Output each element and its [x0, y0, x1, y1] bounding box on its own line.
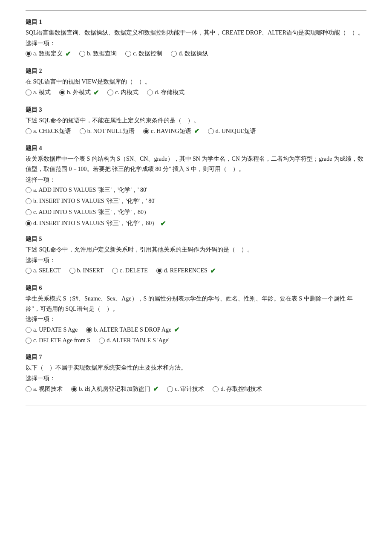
- radio-q4-c[interactable]: [26, 209, 32, 215]
- option-q6-c[interactable]: c. DELETE Age from S: [26, 337, 90, 344]
- radio-q7-a[interactable]: [26, 386, 32, 392]
- radio-q5-a[interactable]: [26, 268, 32, 274]
- question-text-q3: 下述 SQL命令的短语中，不能在属性上定义约束条件的是（ ）。: [26, 116, 366, 126]
- options-row2-q6: c. DELETE Age from Sd. ALTER TABLE S 'Ag…: [26, 337, 366, 346]
- question-prompt-q4: 选择一项：: [26, 176, 366, 184]
- option-q1-c[interactable]: c. 数据控制: [125, 50, 162, 58]
- option-label-q1-c: c. 数据控制: [133, 50, 162, 58]
- option-q6-d[interactable]: d. ALTER TABLE S 'Age': [99, 337, 169, 344]
- radio-q5-b[interactable]: [69, 268, 75, 274]
- radio-q2-a[interactable]: [26, 90, 32, 95]
- question-prompt-q1: 选择一项：: [26, 40, 366, 47]
- option-q2-a[interactable]: a. 模式: [26, 89, 51, 96]
- checkmark-q1-a: ✔: [65, 50, 71, 58]
- question-title-q6: 题目 6: [26, 284, 366, 292]
- option-q5-b[interactable]: b. INSERT: [69, 267, 104, 274]
- option-q7-a[interactable]: a. 视图技术: [26, 385, 63, 393]
- option-label-q6-d: d. ALTER TABLE S 'Age': [107, 337, 169, 344]
- option-label-q5-a: a. SELECT: [33, 267, 61, 274]
- question-prompt-q6: 选择一项：: [26, 315, 366, 323]
- option-q7-c[interactable]: c. 审计技术: [167, 385, 204, 393]
- radio-q3-d[interactable]: [208, 128, 214, 134]
- question-title-q5: 题目 5: [26, 235, 366, 243]
- option-q4-b[interactable]: b. INSERT INTO S VALUES '张三'，'化学'，' 80': [26, 197, 366, 205]
- radio-q5-d[interactable]: [156, 268, 162, 274]
- radio-q5-c[interactable]: [112, 268, 118, 274]
- radio-q2-b[interactable]: [59, 90, 65, 95]
- option-q3-b[interactable]: b. NOT NULL短语: [80, 127, 135, 135]
- option-label-q7-c: c. 审计技术: [175, 385, 204, 393]
- radio-q6-d[interactable]: [99, 338, 105, 344]
- option-q7-b[interactable]: b. 出入机房登记和加防盗门✔: [71, 385, 159, 393]
- option-label-q6-a: a. UPDATE S Age: [33, 327, 78, 333]
- option-q2-b[interactable]: b. 外模式✔: [59, 89, 99, 97]
- checkmark-q6-b: ✔: [174, 326, 179, 334]
- option-q2-c[interactable]: c. 内模式: [107, 89, 138, 96]
- question-title-q2: 题目 2: [26, 67, 366, 75]
- radio-q2-c[interactable]: [107, 90, 113, 95]
- option-label-q7-d: d. 存取控制技术: [220, 385, 262, 393]
- question-q4: 题目 4设关系数据库中一个表 S 的结构为 S（SN、CN、grade），其中 …: [26, 145, 366, 228]
- radio-q1-b[interactable]: [79, 51, 85, 57]
- option-label-q7-b: b. 出入机房登记和加防盗门: [79, 385, 150, 393]
- radio-q1-d[interactable]: [171, 51, 177, 57]
- radio-q7-c[interactable]: [167, 386, 173, 392]
- option-label-q7-a: a. 视图技术: [33, 385, 63, 393]
- option-q3-d[interactable]: d. UNIQUE短语: [208, 127, 257, 135]
- question-title-q7: 题目 7: [26, 353, 366, 361]
- question-q7: 题目 7以下（ ）不属于实现数据库系统安全性的主要技术和方法。选择一项：a. 视…: [26, 353, 366, 395]
- option-label-q5-c: c. DELETE: [120, 267, 148, 274]
- option-label-q5-d: d. REFERENCES: [164, 267, 208, 274]
- question-q1: 题目 1SQL语言集数据查询、数据操纵、数据定义和数据控制功能于一体，其中，CR…: [26, 18, 366, 60]
- checkmark-q4-d: ✔: [160, 220, 166, 228]
- question-title-q4: 题目 4: [26, 145, 366, 152]
- option-q6-a[interactable]: a. UPDATE S Age: [26, 327, 78, 333]
- option-label-q3-d: d. UNIQUE短语: [216, 127, 257, 135]
- top-bar: [26, 9, 366, 11]
- option-q5-c[interactable]: c. DELETE: [112, 267, 148, 274]
- option-label-q1-b: b. 数据查询: [87, 50, 117, 58]
- option-q5-a[interactable]: a. SELECT: [26, 267, 61, 274]
- radio-q1-a[interactable]: [26, 51, 32, 57]
- option-q6-b[interactable]: b. ALTER TABLE S DROP Age✔: [86, 326, 179, 334]
- question-title-q3: 题目 3: [26, 106, 366, 114]
- footer: [26, 405, 366, 407]
- radio-q4-b[interactable]: [26, 198, 32, 204]
- option-label-q6-b: b. ALTER TABLE S DROP Age: [94, 327, 171, 333]
- radio-q3-c[interactable]: [143, 128, 149, 134]
- option-q4-c[interactable]: c. ADD INTO S VALUES '张三'，'化学'，80）: [26, 208, 366, 216]
- option-q3-a[interactable]: a. CHECK短语: [26, 127, 71, 135]
- question-text-q4: 设关系数据库中一个表 S 的结构为 S（SN、CN、grade），其中 SN 为…: [26, 154, 366, 174]
- radio-q6-a[interactable]: [26, 327, 32, 333]
- options-row-q5: a. SELECTb. INSERTc. DELETEd. REFERENCES…: [26, 267, 366, 277]
- option-q1-b[interactable]: b. 数据查询: [79, 50, 117, 58]
- option-q3-c[interactable]: c. HAVING短语✔: [143, 127, 199, 135]
- option-q4-a[interactable]: a. ADD INTO S VALUES '张三'，'化学'，' 80': [26, 186, 366, 194]
- radio-q6-c[interactable]: [26, 338, 32, 344]
- option-q5-d[interactable]: d. REFERENCES✔: [156, 267, 216, 275]
- option-label-q3-a: a. CHECK短语: [33, 127, 71, 135]
- radio-q4-d[interactable]: [26, 220, 32, 226]
- radio-q3-a[interactable]: [26, 128, 32, 134]
- question-text-q2: 在 SQL语言中的视图 VIEW是数据库的（ ）。: [26, 77, 366, 87]
- options-row-q2: a. 模式b. 外模式✔c. 内模式d. 存储模式: [26, 89, 366, 98]
- question-q3: 题目 3下述 SQL命令的短语中，不能在属性上定义约束条件的是（ ）。a. CH…: [26, 106, 366, 137]
- radio-q6-b[interactable]: [86, 327, 92, 333]
- options-row1-q6: a. UPDATE S Ageb. ALTER TABLE S DROP Age…: [26, 326, 366, 335]
- option-label-q2-a: a. 模式: [33, 89, 51, 96]
- option-label-q2-b: b. 外模式: [67, 89, 91, 96]
- option-q2-d[interactable]: d. 存储模式: [147, 89, 184, 96]
- radio-q3-b[interactable]: [80, 128, 86, 134]
- radio-q4-a[interactable]: [26, 187, 32, 193]
- option-q7-d[interactable]: d. 存取控制技术: [213, 385, 262, 393]
- radio-q2-d[interactable]: [147, 90, 153, 95]
- option-label-q1-a: a. 数据定义: [33, 50, 63, 58]
- question-q6: 题目 6学生关系模式 S（S#、Sname、Sex、Age），S 的属性分别表示…: [26, 284, 366, 346]
- radio-q7-b[interactable]: [71, 386, 77, 392]
- option-q4-d[interactable]: d. INSERT INTO S VALUES '张三'，'化学'，80）✔: [26, 220, 366, 228]
- radio-q1-c[interactable]: [125, 51, 131, 57]
- option-q1-d[interactable]: d. 数据操纵: [171, 50, 208, 58]
- radio-q7-d[interactable]: [213, 386, 219, 392]
- option-q1-a[interactable]: a. 数据定义✔: [26, 50, 71, 58]
- option-label-q4-c: c. ADD INTO S VALUES '张三'，'化学'，80）: [33, 208, 150, 216]
